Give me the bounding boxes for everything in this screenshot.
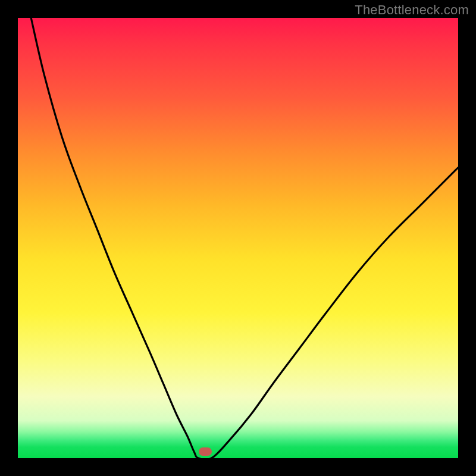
bottleneck-curve [18,18,458,458]
chart-frame: TheBottleneck.com [0,0,476,476]
curve-path [31,18,458,460]
watermark-text: TheBottleneck.com [355,2,469,18]
plot-area [18,18,458,458]
optimum-marker [199,447,212,456]
